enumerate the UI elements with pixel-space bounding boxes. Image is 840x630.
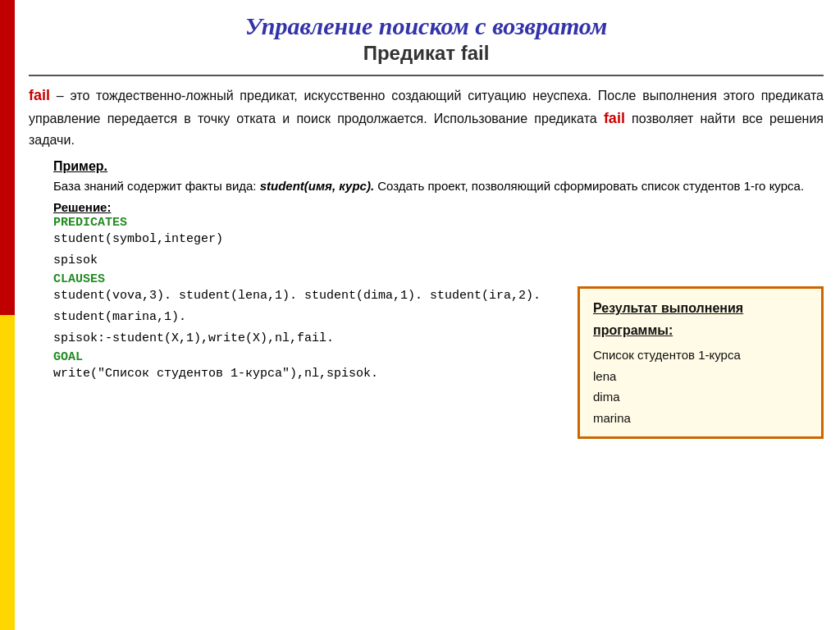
code-left: student(vova,3). student(lena,1). studen…: [53, 286, 561, 386]
intro-paragraph: fail – это тождественно-ложный предикат,…: [29, 84, 824, 151]
divider: [29, 75, 824, 76]
slide: Управление поиском с возвратом Предикат …: [0, 0, 840, 630]
example-title: Пример.: [53, 159, 824, 174]
predicates-code-2: spisok: [53, 251, 824, 271]
goal-keyword: GOAL: [53, 350, 561, 364]
result-box-content: Список студентов 1-курса lena dima marin…: [593, 345, 808, 428]
example-bold: student(имя, курс).: [260, 179, 374, 193]
clauses-keyword: CLAUSES: [53, 272, 824, 286]
content-area: Управление поиском с возвратом Предикат …: [21, 0, 840, 630]
example-description: База знаний содержит факты вида: student…: [53, 177, 824, 196]
example-section: Пример. База знаний содержит факты вида:…: [53, 159, 824, 440]
result-title-line2: программы:: [593, 323, 673, 337]
result-line-1: Список студентов 1-курса: [593, 345, 808, 366]
fail-keyword-1: fail: [29, 87, 50, 103]
bottom-area: student(vova,3). student(lena,1). studen…: [53, 286, 824, 439]
main-title: Управление поиском с возвратом: [29, 12, 824, 40]
clauses-code-1: student(vova,3). student(lena,1). studen…: [53, 286, 561, 306]
result-box: Результат выполнения программы: Список с…: [578, 286, 824, 439]
example-text: База знаний содержит факты вида:: [53, 179, 260, 193]
result-line-2: lena: [593, 366, 808, 387]
goal-code: write("Список студентов 1-курса"),nl,spi…: [53, 364, 561, 384]
predicates-code-1: student(symbol,integer): [53, 230, 824, 249]
predicates-keyword: PREDICATES: [53, 216, 824, 230]
example-text2: Создать проект, позволяющий сформировать…: [374, 179, 804, 193]
result-title-line1: Результат выполнения: [593, 301, 743, 315]
result-line-3: dima: [593, 386, 808, 408]
clauses-code-2: student(marina,1).: [53, 308, 561, 327]
fail-keyword-2: fail: [604, 110, 625, 126]
clauses-code-3: spisok:-student(X,1),write(X),nl,fail.: [53, 329, 561, 349]
result-box-title: Результат выполнения программы:: [593, 297, 808, 341]
result-line-4: marina: [593, 408, 808, 429]
solution-label: Решение:: [53, 200, 824, 214]
sub-title: Предикат fail: [29, 42, 824, 65]
